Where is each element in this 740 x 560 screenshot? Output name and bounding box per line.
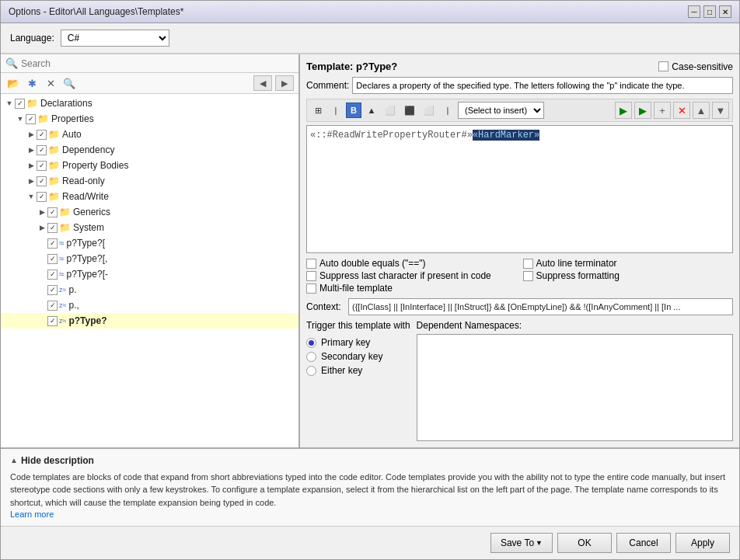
list-item[interactable]: ✓ z≈ p., (1, 297, 298, 313)
context-input[interactable] (348, 298, 733, 315)
tree-checkbox[interactable]: ✓ (26, 114, 36, 124)
template-icon: ≈ (59, 269, 65, 280)
ok-button[interactable]: OK (557, 533, 612, 553)
minimize-button[interactable]: ─ (688, 5, 700, 18)
open-folder-button[interactable]: 📂 (5, 75, 21, 91)
list-item[interactable]: ✓ ≈ p?Type?[, (1, 251, 298, 266)
save-to-button[interactable]: Save To ▼ (490, 533, 553, 553)
expand-icon (37, 300, 47, 311)
tree-label-selected: p?Type? (68, 315, 106, 326)
namespaces-section: Dependent Namespaces: (417, 320, 733, 440)
namespaces-title: Dependent Namespaces: (417, 320, 733, 331)
cursor-button[interactable]: ⬜ (421, 103, 438, 118)
search-tree-button[interactable]: 🔍 (61, 75, 77, 91)
maximize-button[interactable]: □ (703, 5, 716, 18)
tree-checkbox[interactable]: ✓ (37, 192, 47, 202)
list-item[interactable]: ▼ ✓ 📁 Properties (1, 111, 298, 127)
cursor2-button[interactable]: | (440, 103, 456, 118)
description-header[interactable]: ▲ Hide description (10, 455, 730, 466)
search-input[interactable] (21, 58, 294, 69)
list-item[interactable]: ✓ z≈ p. (1, 282, 298, 297)
up-nav-button[interactable]: ▲ (693, 102, 710, 119)
tree-label: Property Bodies (62, 160, 128, 171)
multi-file-template-checkbox[interactable] (306, 283, 316, 294)
either-key-radio[interactable] (306, 366, 316, 376)
title-bar: Options - Editor\All Languages\Templates… (1, 1, 739, 23)
list-item[interactable]: ▶ ✓ 📁 Auto (1, 127, 298, 142)
add-button[interactable]: + (654, 102, 671, 119)
tree-container[interactable]: ▼ ✓ 📁 Declarations ▼ ✓ 📁 Properties ▶ ✓ … (1, 94, 298, 447)
comment-input[interactable] (352, 77, 733, 94)
trigger-section: Trigger this template with Primary key S… (306, 320, 410, 440)
close-button[interactable]: ✕ (719, 5, 731, 18)
tree-checkbox[interactable]: ✓ (37, 145, 47, 155)
next-button[interactable]: ▶ (275, 75, 294, 91)
expand-icon: ▶ (37, 207, 47, 217)
tree-checkbox[interactable]: ✓ (47, 223, 58, 233)
tree-checkbox[interactable]: ✓ (37, 130, 47, 140)
delete-button[interactable]: ✕ (43, 75, 58, 91)
auto-line-terminator-checkbox[interactable] (523, 259, 533, 269)
cancel-button[interactable]: Cancel (616, 533, 671, 553)
learn-more-link[interactable]: Learn more (10, 510, 54, 519)
tree-checkbox[interactable]: ✓ (47, 207, 58, 217)
template-icon: z≈ (59, 301, 66, 309)
list-item[interactable]: ✓ ≈ p?Type?[- (1, 266, 298, 282)
tree-checkbox[interactable]: ✓ (37, 176, 47, 186)
secondary-key-row[interactable]: Secondary key (306, 351, 410, 362)
expand-icon: ▼ (15, 113, 26, 124)
list-item[interactable]: ▶ ✓ 📁 Dependency (1, 142, 298, 158)
tree-checkbox[interactable]: ✓ (47, 316, 58, 326)
indent-button[interactable]: | (328, 103, 344, 118)
folder-icon: 📁 (59, 222, 71, 233)
list-item[interactable]: ▶ ✓ 📁 Generics (1, 204, 298, 220)
tree-checkbox[interactable]: ✓ (37, 161, 47, 171)
desc-title: Hide description (21, 455, 94, 466)
suppress-formatting-checkbox[interactable] (523, 271, 533, 281)
list-item[interactable]: ▼ ✓ 📁 Read/Write (1, 189, 298, 204)
tree-checkbox[interactable]: ✓ (47, 254, 58, 264)
list-item[interactable]: ✓ ≈ p?Type?[ (1, 235, 298, 251)
insert-select[interactable]: (Select to insert) (458, 102, 544, 119)
editor-toolbar: ⊞ | B ▲ ⬜ ⬛ ⬜ | (Select to insert) ▶ ▶ +… (306, 99, 733, 122)
tree-checkbox[interactable]: ✓ (47, 238, 58, 249)
expand-icon (37, 238, 47, 249)
play2-button[interactable]: ▶ (634, 102, 651, 119)
tree-checkbox[interactable]: ✓ (47, 301, 58, 311)
prev-button[interactable]: ◀ (253, 75, 272, 91)
tree-checkbox[interactable]: ✓ (15, 99, 25, 109)
auto-line-terminator-label: Auto line terminator (536, 258, 617, 269)
code-editor[interactable]: «::#ReadWritePropertyRouter#»«HardMarker… (306, 125, 733, 253)
comment-label: Comment: (306, 80, 349, 91)
namespaces-box[interactable] (417, 334, 733, 440)
list-item[interactable]: ✓ z≈ p?Type? (1, 313, 298, 329)
primary-key-radio[interactable] (306, 338, 316, 348)
macro-button[interactable]: ⬜ (382, 103, 399, 118)
case-sensitive-checkbox[interactable] (658, 61, 668, 71)
new-template-button[interactable]: ✱ (24, 75, 40, 91)
down-nav-button[interactable]: ▼ (712, 102, 729, 119)
suppress-last-char-checkbox[interactable] (306, 271, 316, 281)
tree-checkbox[interactable]: ✓ (47, 270, 58, 280)
primary-key-row[interactable]: Primary key (306, 337, 410, 348)
tree-label: Auto (62, 129, 82, 140)
bold-button[interactable]: B (346, 103, 361, 118)
list-item[interactable]: ▶ ✓ 📁 System (1, 220, 298, 235)
play-button[interactable]: ▶ (615, 102, 632, 119)
secondary-key-radio[interactable] (306, 352, 316, 362)
auto-double-equals-checkbox[interactable] (306, 259, 316, 269)
expand-icon (37, 315, 47, 326)
tree-checkbox[interactable]: ✓ (47, 285, 58, 295)
wrap-button[interactable]: ⊞ (310, 103, 326, 118)
list-item[interactable]: ▶ ✓ 📁 Read-only (1, 173, 298, 189)
list-item[interactable]: ▼ ✓ 📁 Declarations (1, 96, 298, 111)
list-item[interactable]: ▶ ✓ 📁 Property Bodies (1, 158, 298, 173)
expand-icon (37, 253, 47, 264)
range-button[interactable]: ⬛ (401, 103, 418, 118)
remove-button[interactable]: ✕ (673, 102, 690, 119)
language-select[interactable]: C# VB JavaScript (61, 30, 169, 47)
apply-button[interactable]: Apply (675, 533, 730, 553)
up-button[interactable]: ▲ (364, 103, 379, 118)
template-icon: z≈ (59, 317, 66, 325)
either-key-row[interactable]: Either key (306, 365, 410, 376)
